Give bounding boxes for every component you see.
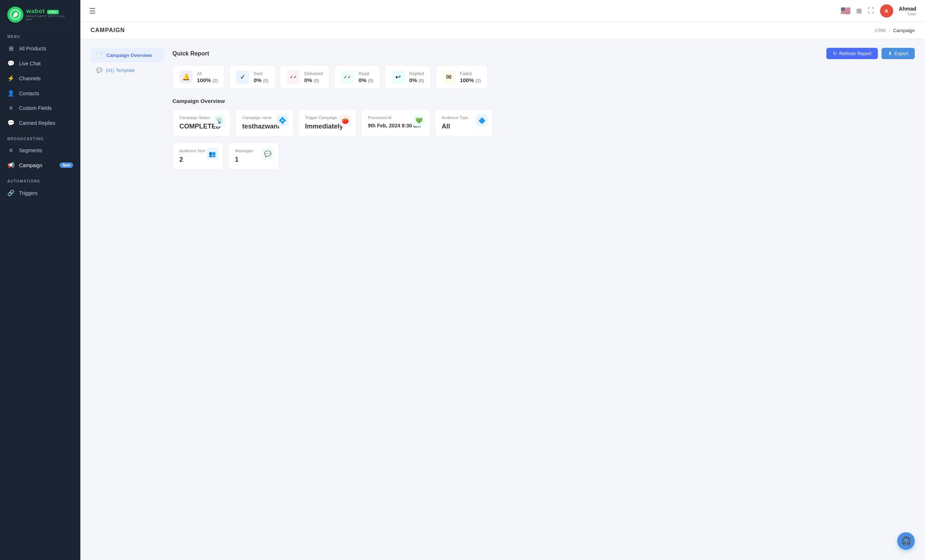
new-badge: New <box>60 162 73 168</box>
language-flag[interactable]: 🇺🇸 <box>841 6 850 16</box>
broadcasting-section-label: BROADCASTING <box>0 130 80 143</box>
user-role: User <box>899 12 916 16</box>
automations-section-label: AUTOMATIONS <box>0 173 80 185</box>
user-avatar[interactable]: A <box>880 5 893 18</box>
campaign-icon: 📢 <box>7 162 15 169</box>
chat-icon: 💬 <box>7 60 15 67</box>
breadcrumb-separator: › <box>889 28 890 33</box>
sidebar-item-campaign[interactable]: 📢 Campaign New <box>0 158 80 173</box>
sidebar-item-all-products[interactable]: ⊞ All Products <box>0 41 80 56</box>
hamburger-menu[interactable]: ☰ <box>89 7 96 15</box>
fullscreen-icon[interactable]: ⛶ <box>868 7 874 15</box>
template-label: (#1) Template <box>106 68 135 73</box>
sent-label: Sent <box>253 71 268 76</box>
read-icon: ✓✓ <box>341 71 354 84</box>
custom-fields-icon: ≡ <box>7 105 15 111</box>
breadcrumb: CRM › Campaign <box>875 28 915 33</box>
grid-view-icon[interactable]: ⊞ <box>856 7 862 15</box>
support-button[interactable]: 🎧 <box>897 532 915 550</box>
export-button[interactable]: ⬆ Export <box>881 48 915 59</box>
report-area: Quick Report ↻ Refresh Report ⬆ Export <box>172 48 915 170</box>
sidebar-item-label: All Products <box>19 46 47 51</box>
stat-read: ✓✓ Read 0% (0) <box>334 65 380 89</box>
topbar: ☰ 🇺🇸 ⊞ ⛶ A Ahmad User <box>80 0 925 22</box>
failed-label: Failed <box>460 71 481 76</box>
read-label: Read <box>359 71 374 76</box>
failed-value: 100% (2) <box>460 77 481 83</box>
segments-icon: ≡ <box>7 147 15 154</box>
sidebar-item-label: Live Chat <box>19 61 41 66</box>
triggers-icon: 🔗 <box>7 189 15 197</box>
audience-messages-row: 👥 Audience Size 2 💬 Messages 1 <box>172 143 915 170</box>
sidebar-item-custom-fields[interactable]: ≡ Custom Fields <box>0 101 80 116</box>
side-nav-template[interactable]: 💬 (#1) Template <box>90 64 164 77</box>
sidebar-item-label: Custom Fields <box>19 105 51 111</box>
sidebar: wabot PRO WHATSAPP OFFICIAL API MENU ⊞ A… <box>0 0 80 560</box>
quick-report-header: Quick Report ↻ Refresh Report ⬆ Export <box>172 48 915 59</box>
sidebar-item-canned-replies[interactable]: 💬 Canned Replies <box>0 116 80 130</box>
sidebar-item-channels[interactable]: ⚡ Channels <box>0 71 80 86</box>
audience-size-card: 👥 Audience Size 2 <box>172 143 224 170</box>
delivered-label: Delivered <box>304 71 323 76</box>
sidebar-item-contacts[interactable]: 👤 Contacts <box>0 86 80 101</box>
menu-section-label: MENU <box>0 28 80 41</box>
failed-icon: ✉ <box>442 71 456 84</box>
logo-name: wabot PRO <box>26 8 73 15</box>
trigger-campaign-card: 🍅 Trigger Campaign Immediately <box>298 109 357 137</box>
sent-icon: ✓ <box>236 71 249 84</box>
main-area: ☰ 🇺🇸 ⊞ ⛶ A Ahmad User CAMPAIGN CRM › Cam… <box>80 0 925 560</box>
replied-icon: ↩ <box>392 71 405 84</box>
support-icon: 🎧 <box>901 536 911 546</box>
sidebar-item-label: Triggers <box>19 190 38 196</box>
channels-icon: ⚡ <box>7 75 15 82</box>
breadcrumb-current: Campaign <box>893 28 915 33</box>
replied-value: 0% (0) <box>409 77 424 83</box>
doc-icon: 📄 <box>96 52 102 58</box>
sidebar-item-label: Contacts <box>19 90 39 96</box>
side-nav-label: Campaign Overview <box>106 53 152 58</box>
campaign-overview-section: Campaign Overview 📡 Campaign Status COMP… <box>172 98 915 170</box>
stat-replied: ↩ Replied 0% (0) <box>385 65 431 89</box>
delivered-value: 0% (0) <box>304 77 323 83</box>
all-label: All <box>197 71 218 76</box>
export-icon: ⬆ <box>888 51 892 56</box>
sidebar-item-label: Campaign <box>19 162 42 168</box>
campaign-status-icon: 📡 <box>214 115 225 126</box>
logo-tagline: WHATSAPP OFFICIAL API <box>26 15 73 21</box>
trigger-campaign-icon: 🍅 <box>339 115 351 126</box>
pro-badge: PRO <box>47 10 59 14</box>
sidebar-item-label: Segments <box>19 147 42 153</box>
delivered-icon: ✓✓ <box>287 71 300 84</box>
processed-at-card: 💚 Processed At 9th Feb, 2024 9:30 am <box>361 109 430 137</box>
audience-size-icon: 👥 <box>206 148 218 159</box>
svg-point-1 <box>13 16 15 18</box>
page-header: CAMPAIGN CRM › Campaign <box>80 22 925 39</box>
audience-type-icon: 🔷 <box>476 115 488 126</box>
breadcrumb-parent: CRM <box>875 28 886 33</box>
sidebar-item-segments[interactable]: ≡ Segments <box>0 143 80 158</box>
stat-delivered: ✓✓ Delivered 0% (0) <box>280 65 330 89</box>
all-value: 100% (2) <box>197 77 218 83</box>
page-title: CAMPAIGN <box>90 27 125 34</box>
audience-type-card: 🔷 Audience Type All <box>435 109 493 137</box>
processed-at-icon: 💚 <box>413 115 425 126</box>
template-icon: 💬 <box>96 68 102 73</box>
stat-failed: ✉ Failed 100% (2) <box>435 65 488 89</box>
refresh-report-button[interactable]: ↻ Refresh Report <box>826 48 878 59</box>
contacts-icon: 👤 <box>7 90 15 97</box>
sent-value: 0% (0) <box>253 77 268 83</box>
report-actions: ↻ Refresh Report ⬆ Export <box>826 48 915 59</box>
campaign-name-card: 💠 Campaign name testhazwani <box>235 109 294 137</box>
stats-row: 🔔 All 100% (2) ✓ Sent <box>172 65 915 89</box>
sidebar-item-live-chat[interactable]: 💬 Live Chat <box>0 56 80 71</box>
overview-cards: 📡 Campaign Status COMPLETED 💠 Campaign n… <box>172 109 915 137</box>
user-name: Ahmad <box>899 6 916 12</box>
sidebar-item-label: Channels <box>19 75 41 81</box>
sidebar-item-triggers[interactable]: 🔗 Triggers <box>0 185 80 200</box>
side-nav-campaign-overview[interactable]: 📄 Campaign Overview <box>90 48 164 62</box>
side-navigation: 📄 Campaign Overview 💬 (#1) Template <box>90 48 164 170</box>
campaign-status-card: 📡 Campaign Status COMPLETED <box>172 109 231 137</box>
grid-icon: ⊞ <box>7 45 15 52</box>
refresh-icon: ↻ <box>833 51 837 56</box>
replied-label: Replied <box>409 71 424 76</box>
